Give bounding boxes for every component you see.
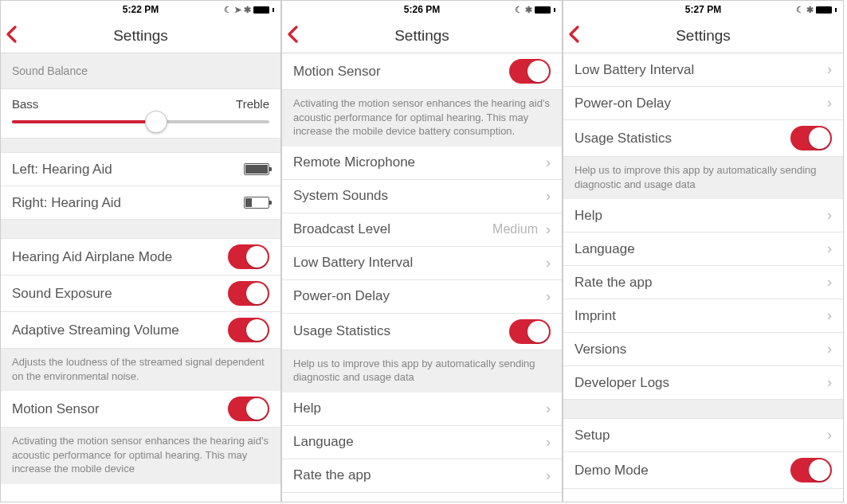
motion-toggle[interactable] (228, 397, 269, 421)
row-versions[interactable]: Versions › (563, 333, 843, 366)
row-developer-logs[interactable]: Developer Logs › (563, 366, 843, 400)
row-remote-microphone[interactable]: Remote Microphone › (282, 147, 562, 180)
motion-toggle[interactable] (509, 59, 551, 84)
chevron-right-icon: › (546, 188, 551, 205)
left-device-label: Left: Hearing Aid (12, 162, 244, 178)
row-language[interactable]: Language › (282, 426, 562, 459)
row-broadcast-level[interactable]: Broadcast Level Medium › (282, 213, 562, 247)
row-usage-statistics[interactable]: Usage Statistics (282, 314, 562, 350)
back-button[interactable] (568, 25, 581, 46)
row-rate-app[interactable]: Rate the app › (282, 459, 562, 493)
low-battery-label: Low Battery Interval (293, 255, 543, 271)
status-time: 5:22 PM (123, 4, 159, 15)
screen-1: 5:22 PM ☾ ➤ ✱ Settings Sound Balance Bas… (0, 0, 281, 502)
slider-label-right: Treble (236, 97, 269, 111)
exposure-toggle[interactable] (228, 281, 269, 306)
adaptive-footer: Adjusts the loudness of the streamed sig… (1, 349, 280, 391)
row-language[interactable]: Language › (563, 232, 843, 266)
rate-label: Rate the app (574, 275, 824, 291)
usage-toggle[interactable] (790, 126, 832, 150)
chevron-left-icon (568, 25, 581, 43)
chevron-right-icon: › (546, 221, 551, 238)
chevron-right-icon: › (546, 154, 551, 171)
battery-icon (816, 6, 832, 14)
chevron-right-icon: › (827, 374, 832, 391)
row-usage-statistics[interactable]: Usage Statistics (563, 120, 843, 157)
row-system-sounds[interactable]: System Sounds › (282, 180, 562, 213)
section-header-sound-balance: Sound Balance (1, 53, 280, 89)
chevron-right-icon: › (546, 400, 551, 417)
location-icon: ➤ (234, 5, 241, 15)
help-label: Help (574, 208, 824, 224)
battery-icon (535, 6, 551, 14)
row-airplane-mode[interactable]: Hearing Aid Airplane Mode (1, 239, 280, 275)
page-title: Settings (113, 27, 168, 45)
bluetooth-icon: ✱ (806, 5, 814, 15)
back-button[interactable] (287, 25, 300, 46)
status-bar: 5:27 PM ☾ ✱ (563, 1, 843, 18)
content: Motion Sensor Activating the motion sens… (282, 53, 562, 502)
status-icons: ☾ ✱ (796, 5, 837, 15)
versions-label: Versions (574, 342, 824, 357)
demo-toggle[interactable] (790, 458, 832, 483)
row-help[interactable]: Help › (563, 199, 843, 232)
slider-label-left: Bass (12, 97, 38, 111)
chevron-left-icon (6, 25, 18, 43)
motion-label: Motion Sensor (293, 64, 509, 80)
section-gap (1, 139, 280, 153)
bluetooth-icon: ✱ (244, 5, 251, 15)
airplane-toggle[interactable] (228, 244, 269, 269)
status-icons: ☾ ✱ (515, 5, 555, 15)
row-help[interactable]: Help › (282, 393, 562, 426)
row-power-on-delay[interactable]: Power-on Delay › (563, 87, 843, 120)
status-time: 5:26 PM (404, 4, 440, 15)
imprint-label: Imprint (574, 308, 824, 324)
back-button[interactable] (6, 25, 18, 46)
usage-label: Usage Statistics (574, 131, 790, 147)
row-left-device[interactable]: Left: Hearing Aid (1, 153, 280, 186)
row-low-battery-interval[interactable]: Low Battery Interval › (282, 247, 562, 280)
battery-icon (253, 6, 269, 14)
demo-label: Demo Mode (574, 463, 790, 479)
chevron-right-icon: › (546, 467, 551, 484)
row-adaptive-volume[interactable]: Adaptive Streaming Volume (1, 312, 280, 349)
row-demo-mode[interactable]: Demo Mode (563, 452, 843, 489)
chevron-right-icon: › (546, 255, 551, 272)
row-power-on-delay[interactable]: Power-on Delay › (282, 280, 562, 314)
status-icons: ☾ ➤ ✱ (224, 5, 274, 15)
bluetooth-icon: ✱ (525, 5, 532, 15)
battery-icon (244, 163, 269, 175)
nav-bar: Settings (282, 18, 562, 53)
status-bar: 5:26 PM ☾ ✱ (282, 1, 562, 18)
screen-3: 5:27 PM ☾ ✱ Settings Low Battery Interva… (563, 0, 844, 502)
help-label: Help (293, 400, 543, 416)
content: Sound Balance Bass Treble Left: Hearing … (1, 53, 280, 502)
sound-balance-slider-area: Bass Treble (1, 89, 280, 139)
usage-toggle[interactable] (509, 319, 551, 344)
row-setup[interactable]: Setup › (563, 419, 843, 452)
row-sound-exposure[interactable]: Sound Exposure (1, 275, 280, 312)
moon-icon: ☾ (796, 5, 804, 15)
broadcast-label: Broadcast Level (293, 221, 492, 237)
devlogs-label: Developer Logs (574, 375, 824, 391)
sound-balance-slider[interactable] (12, 120, 269, 123)
chevron-right-icon: › (827, 95, 832, 111)
slider-thumb[interactable] (145, 111, 167, 133)
chevron-right-icon: › (827, 341, 832, 357)
row-imprint[interactable]: Imprint › (563, 299, 843, 333)
remote-mic-label: Remote Microphone (293, 154, 543, 170)
section-gap (563, 400, 843, 419)
row-motion-sensor[interactable]: Motion Sensor (1, 391, 280, 428)
row-low-battery-interval[interactable]: Low Battery Interval › (563, 53, 843, 87)
status-time: 5:27 PM (685, 4, 721, 15)
row-motion-sensor[interactable]: Motion Sensor (282, 53, 562, 90)
row-rate-app[interactable]: Rate the app › (563, 266, 843, 299)
slider-fill (12, 120, 156, 123)
row-right-device[interactable]: Right: Hearing Aid (1, 186, 280, 220)
low-battery-label: Low Battery Interval (574, 62, 824, 78)
adaptive-label: Adaptive Streaming Volume (12, 322, 228, 338)
status-bar: 5:22 PM ☾ ➤ ✱ (1, 1, 280, 18)
power-on-label: Power-on Delay (293, 288, 543, 304)
chevron-right-icon: › (827, 427, 832, 443)
adaptive-toggle[interactable] (228, 318, 269, 342)
